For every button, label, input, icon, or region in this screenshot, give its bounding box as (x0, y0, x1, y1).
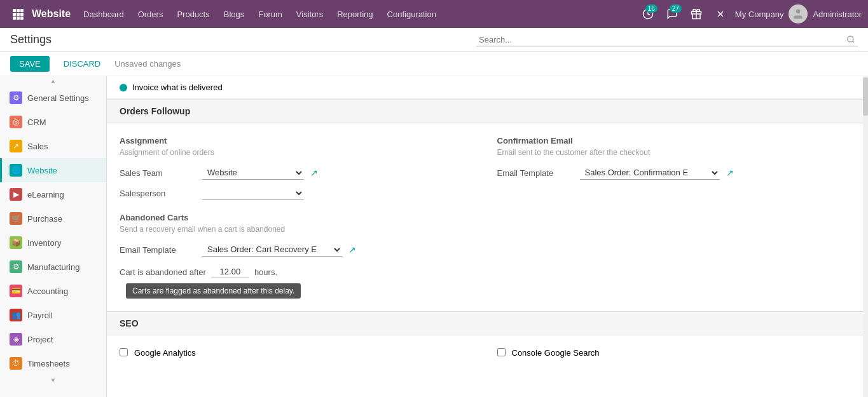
svg-rect-3 (13, 13, 16, 16)
svg-rect-8 (20, 17, 24, 20)
sidebar-item-sales[interactable]: ↗ Sales (0, 134, 106, 158)
nav-links: Dashboard Orders Products Blogs Forum Vi… (77, 0, 638, 28)
clock-icon-badge[interactable]: 16 (638, 4, 658, 24)
console-google-search-checkbox[interactable] (497, 348, 506, 356)
search-bar[interactable] (476, 34, 858, 46)
grid-icon[interactable] (6, 0, 29, 28)
chat-badge: 27 (670, 4, 682, 13)
sales-team-row: Sales Team Website ↗ (120, 166, 478, 180)
scroll-down-arrow[interactable]: ▼ (0, 375, 106, 385)
invoice-bar: Invoice what is delivered (107, 76, 868, 99)
sidebar-item-elearning[interactable]: ▶ eLearning (0, 182, 106, 206)
nav-blogs[interactable]: Blogs (217, 0, 251, 28)
sidebar-label-purchase: Purchase (27, 214, 62, 224)
svg-rect-7 (17, 17, 20, 20)
timesheets-icon: ⏱ (10, 357, 22, 370)
nav-visitors[interactable]: Visitors (290, 0, 329, 28)
content-area: Invoice what is delivered Orders Followu… (107, 76, 868, 397)
sidebar-label-project: Project (27, 335, 53, 344)
seo-section-header: SEO (107, 311, 868, 335)
hours-label: hours. (254, 267, 277, 277)
purchase-icon: 🛒 (10, 212, 22, 225)
nav-dashboard[interactable]: Dashboard (77, 0, 130, 28)
sales-team-ext-link[interactable]: ↗ (310, 168, 318, 178)
scrollbar-thumb[interactable] (863, 77, 868, 116)
svg-point-14 (796, 10, 801, 14)
sidebar-label-elearning: eLearning (27, 190, 64, 199)
sidebar-item-general-settings[interactable]: ⚙ General Settings (0, 86, 106, 110)
invoice-green-dot (120, 84, 127, 91)
sidebar-item-crm[interactable]: ◎ CRM (0, 110, 106, 134)
chat-icon-badge[interactable]: 27 (663, 4, 682, 24)
svg-rect-0 (13, 9, 16, 12)
confirmation-email-desc: Email sent to the customer after the che… (497, 148, 856, 157)
google-analytics-label: Google Analytics (134, 348, 196, 358)
elearning-icon: ▶ (10, 188, 22, 201)
inventory-icon: 📦 (10, 236, 22, 249)
seo-two-col: Google Analytics Console Google Search (120, 348, 855, 358)
general-settings-icon: ⚙ (10, 91, 22, 104)
top-nav: Website Dashboard Orders Products Blogs … (0, 0, 868, 28)
sidebar-item-manufacturing[interactable]: ⚙ Manufacturing (0, 255, 106, 279)
orders-followup-two-col: Assignment Assignment of online orders S… (120, 136, 855, 299)
hours-input[interactable] (211, 266, 249, 278)
save-button[interactable]: SAVE (10, 56, 50, 72)
content-scrollbar[interactable] (863, 76, 868, 397)
sidebar-item-purchase[interactable]: 🛒 Purchase (0, 206, 106, 231)
abandoned-email-template-select[interactable]: Sales Order: Cart Recovery E (202, 243, 342, 257)
console-google-search-col: Console Google Search (497, 348, 856, 358)
abandoned-email-template-row: Email Template Sales Order: Cart Recover… (120, 243, 478, 257)
sidebar-label-inventory: Inventory (27, 238, 61, 248)
sidebar-item-accounting[interactable]: 💳 Accounting (0, 279, 106, 303)
nav-reporting[interactable]: Reporting (331, 0, 379, 28)
email-template-select[interactable]: Sales Order: Confirmation E (580, 166, 720, 180)
search-input[interactable] (479, 35, 846, 44)
sub-header: Settings (0, 28, 868, 52)
discard-button[interactable]: DISCARD (55, 56, 110, 72)
sidebar-item-inventory[interactable]: 📦 Inventory (0, 231, 106, 255)
sidebar-item-timesheets[interactable]: ⏱ Timesheets (0, 351, 106, 375)
crm-icon: ◎ (10, 116, 22, 128)
nav-right: 16 27 My Company Administrator (638, 4, 862, 24)
svg-rect-4 (17, 13, 20, 16)
user-name[interactable]: Administrator (813, 10, 862, 19)
sidebar-label-general-settings: General Settings (27, 93, 89, 103)
sidebar-label-accounting: Accounting (27, 286, 68, 296)
abandoned-template-ext-link[interactable]: ↗ (348, 245, 356, 255)
sidebar-item-payroll[interactable]: 👥 Payroll (0, 303, 106, 327)
confirmation-email-group: Confirmation Email Email sent to the cus… (497, 136, 856, 299)
action-bar: SAVE DISCARD Unsaved changes (0, 52, 868, 76)
assignment-group: Assignment Assignment of online orders S… (120, 136, 478, 299)
main-layout: ▲ ⚙ General Settings ◎ CRM ↗ Sales 🌐 Web… (0, 76, 868, 397)
sidebar-label-crm: CRM (27, 118, 46, 127)
svg-point-15 (848, 36, 853, 42)
nav-configuration[interactable]: Configuration (381, 0, 443, 28)
sidebar-label-sales: Sales (27, 142, 48, 151)
svg-rect-5 (20, 13, 24, 16)
sidebar-label-website: Website (27, 166, 57, 175)
sidebar-item-project[interactable]: ◈ Project (0, 327, 106, 351)
sales-team-select[interactable]: Website (202, 166, 304, 180)
abandoned-carts-group: Abandoned Carts Send a recovery email wh… (120, 213, 478, 299)
nav-forum[interactable]: Forum (252, 0, 289, 28)
gift-icon[interactable] (687, 4, 706, 24)
user-avatar[interactable] (789, 4, 808, 24)
search-icon (846, 35, 855, 44)
salesperson-select[interactable] (202, 186, 304, 200)
svg-rect-2 (20, 9, 24, 12)
sidebar-item-website[interactable]: 🌐 Website (0, 158, 106, 182)
cart-abandoned-after-row: Cart is abandoned after hours. (120, 266, 478, 278)
salesperson-row: Salesperson (120, 186, 478, 200)
google-analytics-checkbox[interactable] (120, 348, 128, 356)
nav-products[interactable]: Products (170, 0, 216, 28)
email-template-ext-link[interactable]: ↗ (726, 168, 734, 178)
assignment-title: Assignment (120, 136, 478, 145)
confirmation-email-title: Confirmation Email (497, 136, 856, 145)
company-name[interactable]: My Company (735, 10, 784, 19)
svg-rect-6 (13, 17, 16, 20)
email-template-row: Email Template Sales Order: Confirmation… (497, 166, 856, 180)
close-icon[interactable] (711, 4, 730, 24)
scroll-up-arrow[interactable]: ▲ (0, 76, 106, 86)
app-brand: Website (29, 8, 77, 20)
nav-orders[interactable]: Orders (132, 0, 170, 28)
